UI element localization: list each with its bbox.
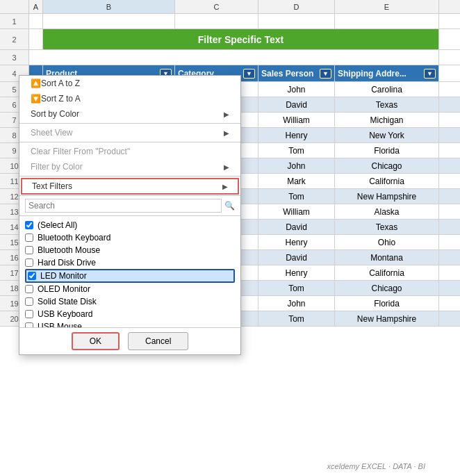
cell-1d <box>258 14 335 28</box>
cell-16e: Montana <box>335 250 439 265</box>
cell-7e: Michigan <box>335 113 439 127</box>
checkbox-list: (Select All) Bluetooth KeyboardBluetooth… <box>19 216 240 327</box>
dialog-buttons: OK Cancel <box>19 327 240 354</box>
cell-7d: William <box>258 113 335 127</box>
checkbox-label-1: Bluetooth Mouse <box>38 245 100 255</box>
col-b-header: B <box>43 0 175 13</box>
filter-color-label: Filter by Color <box>31 162 83 172</box>
checkbox-label-3: LED Monitor <box>40 271 87 281</box>
rownum-1: 1 <box>0 14 29 28</box>
col-c-header: C <box>175 0 258 13</box>
checkbox-item-2[interactable]: Hard Disk Drive <box>25 256 235 269</box>
salesperson-header-label: Sales Person <box>261 69 313 79</box>
checkbox-item-1[interactable]: Bluetooth Mouse <box>25 244 235 256</box>
cancel-button[interactable]: Cancel <box>128 332 188 350</box>
shipping-header-label: Shipping Addre... <box>338 69 406 79</box>
separator-1 <box>19 123 240 124</box>
spreadsheet: A B C D E 1 2 Filter Specific Text 3 4 P… <box>0 0 460 476</box>
separator-2 <box>19 142 240 142</box>
checkbox-4[interactable] <box>25 285 33 293</box>
cell-9d: Tom <box>258 143 335 158</box>
ok-button[interactable]: OK <box>72 332 120 350</box>
shipping-filter-button[interactable]: ▼ <box>424 69 436 79</box>
select-all-item[interactable]: (Select All) <box>25 219 235 231</box>
checkbox-6[interactable] <box>25 310 33 318</box>
cell-12e: New Hampshire <box>335 189 439 204</box>
checkbox-label-7: USB Mouse <box>38 322 82 327</box>
checkbox-1[interactable] <box>25 246 33 254</box>
cell-1c <box>175 14 258 28</box>
cell-10d: John <box>258 158 335 173</box>
sort-color-label: Sort by Color <box>31 109 79 119</box>
col-a-header: A <box>29 0 43 13</box>
select-all-label: (Select All) <box>38 220 77 230</box>
filter-by-color-item: Filter by Color ▶ <box>19 159 240 174</box>
sheet-view-item: Sheet View ▶ <box>19 125 240 140</box>
search-icon: 🔍 <box>224 201 235 211</box>
text-filters-label: Text Filters <box>32 181 72 191</box>
cell-5e: Carolina <box>335 82 439 97</box>
text-filters-item[interactable]: Text Filters ▶ <box>21 178 239 195</box>
salesperson-filter-button[interactable]: ▼ <box>320 69 331 79</box>
checkbox-label-4: OLED Monitor <box>38 284 90 294</box>
cell-11d: Mark <box>258 174 335 188</box>
checkbox-5[interactable] <box>25 297 33 306</box>
cell-1b <box>43 14 175 28</box>
sort-az-icon: 🔼 <box>31 79 41 88</box>
rownum-2: 2 <box>0 29 29 49</box>
cell-6d: David <box>258 97 335 112</box>
cell-10e: Chicago <box>335 158 439 173</box>
checkbox-3[interactable] <box>28 272 36 280</box>
checkbox-item-3[interactable]: LED Monitor <box>25 269 235 283</box>
sort-az-label: Sort A to Z <box>41 79 80 88</box>
category-filter-button[interactable]: ▼ <box>243 69 255 79</box>
cell-1e <box>335 14 439 28</box>
cell-14e: Texas <box>335 220 439 234</box>
checkbox-7[interactable] <box>25 322 33 327</box>
col-e-header: E <box>335 0 439 13</box>
cell-20e: New Hampshire <box>335 311 439 326</box>
select-all-checkbox[interactable] <box>25 221 33 229</box>
title-cell: Filter Specific Text <box>43 29 439 49</box>
filter-color-arrow: ▶ <box>224 163 229 171</box>
cell-12d: Tom <box>258 189 335 204</box>
sort-za-label: Sort Z to A <box>41 94 81 104</box>
cell-8e: New York <box>335 128 439 142</box>
search-input[interactable] <box>25 199 222 213</box>
sort-by-color-item[interactable]: Sort by Color ▶ <box>19 106 240 122</box>
checkbox-item-5[interactable]: Solid State Disk <box>25 295 235 308</box>
checkbox-label-0: Bluetooth Keyboard <box>38 233 110 243</box>
cell-17e: California <box>335 265 439 280</box>
checkbox-0[interactable] <box>25 233 33 242</box>
cell-17d: Henry <box>258 265 335 280</box>
clear-filter-label: Clear Filter From "Product" <box>31 147 130 156</box>
checkbox-item-0[interactable]: Bluetooth Keyboard <box>25 231 235 244</box>
watermark: xceldemy EXCEL · DATA · BI <box>327 462 425 470</box>
cell-15d: Henry <box>258 235 335 249</box>
cell-16d: David <box>258 250 335 265</box>
checkbox-item-6[interactable]: USB Keyboard <box>25 308 235 320</box>
cell-6e: Texas <box>335 97 439 112</box>
checkbox-item-7[interactable]: USB Mouse <box>25 320 235 327</box>
cell-19d: John <box>258 296 335 311</box>
cell-15e: Ohio <box>335 235 439 249</box>
row-1: 1 <box>0 14 460 29</box>
checkbox-label-5: Solid State Disk <box>38 297 97 306</box>
checkbox-label-2: Hard Disk Drive <box>38 258 96 268</box>
cell-3 <box>29 50 439 65</box>
checkbox-item-4[interactable]: OLED Monitor <box>25 283 235 295</box>
col-d-header: D <box>258 0 335 13</box>
sort-za-icon: 🔽 <box>31 94 41 104</box>
separator-3 <box>19 176 240 177</box>
sort-z-a-item[interactable]: 🔽 Sort Z to A <box>19 91 240 106</box>
row-3: 3 <box>0 50 460 65</box>
rownum-3: 3 <box>0 50 29 65</box>
cell-1a <box>29 14 43 28</box>
checkbox-label-6: USB Keyboard <box>38 309 92 319</box>
cell-14d: David <box>258 220 335 234</box>
cell-8d: Henry <box>258 128 335 142</box>
sort-a-z-item[interactable]: 🔼 Sort A to Z <box>19 76 240 91</box>
checkbox-2[interactable] <box>25 258 33 267</box>
sort-color-arrow: ▶ <box>224 110 229 118</box>
cell-20d: Tom <box>258 311 335 326</box>
